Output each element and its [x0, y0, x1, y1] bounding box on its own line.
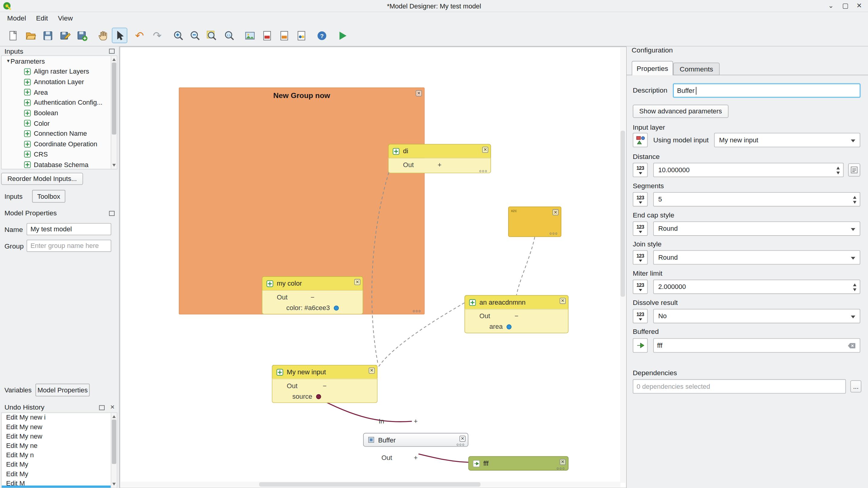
run-model-icon[interactable] — [335, 28, 350, 43]
segments-spinbox[interactable]: 5 — [653, 192, 860, 207]
output-socket[interactable] — [316, 394, 321, 399]
node-my-color[interactable]: my color ✕ Out − color: #a6cee3 — [262, 276, 363, 314]
parameter-item[interactable]: Boolean — [2, 108, 117, 118]
remove-node-icon[interactable]: ✕ — [560, 459, 566, 465]
save-model-icon[interactable] — [40, 28, 55, 43]
node-an-areacdnmnn[interactable]: an areacdnmnn ✕ Out − area — [464, 295, 568, 333]
new-model-icon[interactable] — [5, 28, 21, 43]
tab-toolbox[interactable]: Toolbox — [32, 190, 65, 203]
parameter-item[interactable]: Annotation Layer — [2, 77, 117, 87]
save-model-in-project-icon[interactable] — [74, 28, 90, 43]
parameter-item[interactable]: Connection Name — [2, 128, 117, 139]
redo-icon[interactable]: ↷ — [150, 28, 165, 43]
expand-outputs-toggle[interactable]: + — [414, 454, 418, 462]
undo-item[interactable]: Edit My ne — [2, 441, 117, 451]
parameter-item[interactable]: Database Schema — [2, 159, 117, 170]
clear-text-icon[interactable] — [847, 341, 856, 352]
float-panel-icon[interactable] — [109, 211, 115, 216]
help-icon[interactable]: ? — [314, 28, 329, 43]
collapse-outputs-toggle[interactable]: − — [323, 382, 327, 390]
remove-node-icon[interactable]: ✕ — [459, 436, 465, 442]
tree-expand-icon[interactable]: ▼ — [2, 59, 10, 64]
parameter-item[interactable]: Coordinate Operation — [2, 139, 117, 149]
menu-model[interactable]: Model — [2, 13, 31, 23]
export-as-image-icon[interactable] — [242, 28, 257, 43]
input-layer-combo[interactable]: My new input — [714, 133, 861, 148]
spin-arrows[interactable] — [851, 282, 858, 293]
dependencies-more-button[interactable]: ... — [850, 380, 861, 392]
buffered-output-input[interactable]: fff — [653, 338, 860, 353]
zoom-full-icon[interactable] — [204, 28, 219, 43]
model-name-input[interactable]: My test model — [27, 223, 111, 235]
tab-comments[interactable]: Comments — [673, 62, 720, 75]
expand-inputs-toggle[interactable]: + — [414, 418, 418, 425]
resize-handle[interactable]: ooo — [413, 309, 421, 313]
end-cap-style-combo[interactable]: Round — [653, 221, 860, 236]
data-defined-override-button[interactable] — [848, 163, 860, 177]
remove-node-icon[interactable]: ✕ — [560, 298, 566, 304]
resize-handle[interactable]: ooo — [457, 443, 465, 446]
export-as-python-icon[interactable] — [293, 28, 309, 43]
undo-item[interactable]: Edit My new i — [2, 413, 117, 422]
zoom-out-icon[interactable] — [187, 28, 203, 43]
save-model-as-icon[interactable] — [57, 28, 72, 43]
dependencies-input[interactable]: 0 dependencies selected — [633, 379, 846, 394]
undo-item[interactable]: Edit My — [2, 460, 117, 469]
join-style-combo[interactable]: Round — [653, 250, 860, 265]
remove-comment-icon[interactable]: ✕ — [553, 209, 559, 215]
node-my-new-input[interactable]: My new input ✕ Out − source — [272, 365, 378, 403]
undo-item[interactable]: Edit My new — [2, 432, 117, 441]
parameter-item[interactable]: Authentication Config... — [2, 97, 117, 108]
spin-arrows[interactable] — [834, 165, 841, 176]
collapse-outputs-toggle[interactable]: − — [311, 294, 315, 301]
dissolve-result-combo[interactable]: No — [653, 309, 860, 323]
export-as-pdf-icon[interactable] — [259, 28, 275, 43]
undo-selected-row[interactable] — [2, 486, 117, 488]
reorder-model-inputs-button[interactable]: Reorder Model Inputs... — [1, 173, 83, 185]
show-advanced-parameters-button[interactable]: Show advanced parameters — [633, 105, 728, 118]
canvas-vscrollbar[interactable] — [620, 48, 625, 483]
spin-arrows[interactable] — [851, 194, 858, 205]
undo-item[interactable]: Edit My n — [2, 451, 117, 460]
comment-box[interactable]: xzc ✕ ooo — [508, 207, 561, 237]
node-fff[interactable]: fff ✕ ooo — [468, 456, 568, 470]
node-buffer[interactable]: In + Buffer ✕ ooo Out + — [363, 415, 468, 464]
collapse-outputs-toggle[interactable]: − — [515, 312, 519, 320]
export-as-svg-icon[interactable] — [276, 28, 292, 43]
undo-scrollbar[interactable] — [111, 413, 117, 488]
miter-limit-spinbox[interactable]: 2.000000 — [653, 280, 860, 294]
canvas-hscrollbar[interactable] — [121, 482, 620, 487]
close-icon[interactable]: ✕ — [854, 2, 864, 10]
menu-edit[interactable]: Edit — [31, 13, 53, 23]
close-panel-icon[interactable]: ✕ — [109, 404, 116, 411]
pan-icon[interactable] — [95, 28, 111, 43]
description-input[interactable]: Buffer — [673, 84, 860, 97]
parameter-item[interactable]: Align raster Layers — [2, 66, 117, 77]
zoom-in-icon[interactable] — [170, 28, 186, 43]
zoom-actual-icon[interactable]: 1:1 — [221, 28, 237, 43]
resize-handle[interactable]: ooo — [557, 466, 565, 470]
output-socket[interactable] — [334, 306, 339, 311]
undo-item[interactable]: Edit My — [2, 469, 117, 479]
tab-properties[interactable]: Properties — [631, 61, 673, 75]
minimize-icon[interactable]: ⌄ — [826, 2, 836, 10]
remove-group-icon[interactable]: ✕ — [415, 90, 422, 96]
parameters-root[interactable]: ▼ Parameters — [2, 56, 117, 66]
expand-outputs-toggle[interactable]: + — [438, 161, 441, 169]
parameter-item[interactable]: Area — [2, 87, 117, 97]
float-panel-icon[interactable] — [99, 405, 105, 410]
resize-handle[interactable]: ooo — [479, 169, 488, 173]
output-socket[interactable] — [507, 325, 512, 330]
undo-item[interactable]: Edit My new — [2, 422, 117, 432]
resize-handle[interactable]: ooo — [550, 231, 558, 235]
tab-inputs[interactable]: Inputs — [4, 190, 23, 202]
remove-node-icon[interactable]: ✕ — [369, 368, 375, 374]
select-tool-icon[interactable] — [112, 28, 127, 43]
model-canvas[interactable]: New Group now ✕ ooo di ✕ Out + ooo — [119, 47, 626, 488]
model-group-input[interactable]: Enter group name here — [27, 240, 111, 252]
undo-icon[interactable]: ↶ — [132, 28, 147, 43]
remove-node-icon[interactable]: ✕ — [354, 279, 361, 285]
remove-node-icon[interactable]: ✕ — [482, 147, 488, 153]
menu-view[interactable]: View — [53, 13, 78, 23]
distance-spinbox[interactable]: 10.000000 — [653, 163, 843, 177]
